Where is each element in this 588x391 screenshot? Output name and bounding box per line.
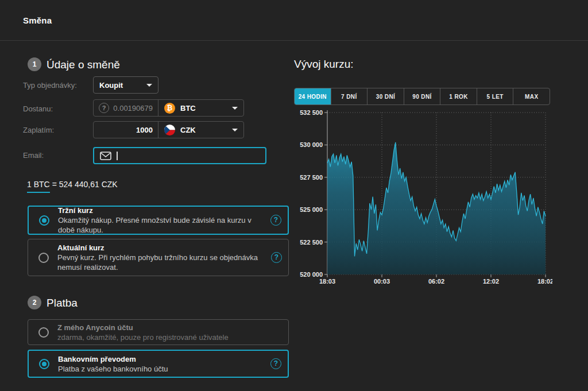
option-title: Z mého Anycoin účtu [57,323,258,332]
radio-unselected-icon[interactable] [38,327,49,338]
option-current-rate[interactable]: Aktuální kurz Pevný kurz. Při rychlém po… [28,239,289,276]
czech-flag-icon [164,125,175,136]
section-1-number-badge: 1 [28,57,41,71]
help-icon[interactable]: ? [99,103,109,113]
pay-field-group: 1000 CZK [93,121,244,138]
option-anycoin-account[interactable]: Z mého Anycoin účtu zdarma, okamžité, po… [28,319,289,345]
svg-text:06:02: 06:02 [428,278,444,285]
order-type-select[interactable]: Koupit [93,76,158,94]
chevron-down-icon [232,129,238,131]
receive-amount-value: 0.00190679 [113,104,153,113]
section-2-title: Platba [47,297,78,309]
chevron-down-icon [146,84,152,87]
svg-text:12:02: 12:02 [483,278,499,285]
option-title: Bankovním převodem [58,354,259,364]
svg-text:532 500: 532 500 [300,109,323,116]
order-type-value: Koupit [99,81,123,90]
exchange-rate-text: 1 BTC= 524 440,61 CZK [27,180,118,193]
svg-text:527 500: 527 500 [300,174,323,181]
svg-text:18:02: 18:02 [537,278,552,285]
help-icon[interactable]: ? [270,215,281,226]
tab-7-dni[interactable]: 7 DNÍ [331,88,368,104]
receive-currency-code: BTC [180,104,196,113]
help-icon[interactable]: ? [270,358,281,369]
envelope-icon [100,152,111,160]
tab-5-let[interactable]: 5 LET [477,88,514,104]
radio-selected-icon[interactable] [39,359,49,369]
pay-amount-value: 1000 [136,126,153,134]
svg-text:00:03: 00:03 [374,278,390,285]
tab-24-hodin[interactable]: 24 HODIN [295,88,331,104]
page-title: Směna [23,16,52,25]
tab-30-dni[interactable]: 30 DNÍ [368,88,404,104]
tab-max[interactable]: MAX [513,88,550,104]
option-title: Tržní kurz [58,206,259,215]
svg-text:522 500: 522 500 [300,239,323,246]
pay-label: Zaplatím: [23,126,54,134]
option-market-rate[interactable]: Tržní kurz Okamžitý nákup. Přesné množst… [28,206,289,235]
receive-label: Dostanu: [23,104,53,113]
rate-base: 1 BTC [27,180,50,193]
chart-title: Vývoj kurzu: [294,58,353,71]
chevron-down-icon [232,107,238,110]
section-2-number-badge: 2 [28,296,41,309]
pay-currency-code: CZK [180,126,196,134]
order-type-label: Typ objednávky: [23,81,77,90]
svg-text:520 000: 520 000 [300,271,323,278]
option-bank-transfer[interactable]: Bankovním převodem Platba z vašeho banko… [28,350,289,378]
option-title: Aktuální kurz [57,243,258,253]
bitcoin-icon: ₿ [164,103,175,114]
tab-1-rok[interactable]: 1 ROK [440,88,477,104]
pay-amount-input[interactable]: 1000 [94,122,158,138]
help-icon[interactable]: ? [271,252,282,263]
svg-text:525 000: 525 000 [300,206,323,213]
option-description: Pevný kurz. Při rychlém pohybu tržního k… [57,253,258,272]
svg-text:18:03: 18:03 [319,278,335,285]
option-description: zdarma, okamžité, pouze pro registrované… [57,332,258,342]
radio-unselected-icon[interactable] [38,253,49,263]
email-label: Email: [23,151,44,160]
top-header-bar: Směna [0,0,588,41]
price-chart[interactable]: 520 000522 500525 000527 500530 000532 5… [294,109,552,290]
svg-text:530 000: 530 000 [300,141,323,148]
tab-90-dni[interactable]: 90 DNÍ [404,88,441,104]
email-input[interactable] [93,147,266,164]
radio-selected-icon[interactable] [39,215,49,226]
section-1-title: Údaje o směně [47,59,120,71]
option-description: Platba z vašeho bankovního účtu [58,364,259,374]
chart-range-tabs: 24 HODIN 7 DNÍ 30 DNÍ 90 DNÍ 1 ROK 5 LET… [294,88,550,105]
rate-value: = 524 440,61 CZK [52,180,118,189]
option-description: Okamžitý nákup. Přesné množství bude záv… [58,215,259,235]
receive-currency-select[interactable]: ₿ BTC [158,100,243,116]
pay-currency-select[interactable]: CZK [158,122,243,138]
receive-field-group: ? 0.00190679 ₿ BTC [93,99,244,117]
text-cursor [117,152,118,160]
receive-amount-input[interactable]: ? 0.00190679 [94,100,158,116]
